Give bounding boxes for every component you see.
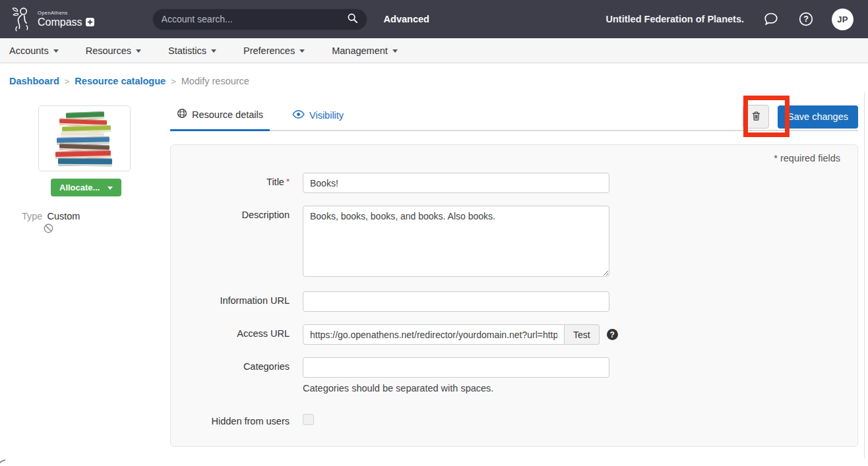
organisation-name: Untitled Federation of Planets. xyxy=(606,14,744,24)
hidden-from-users-label: Hidden from users xyxy=(188,412,290,426)
description-textarea[interactable]: Books, books, books, and books. Also boo… xyxy=(303,206,609,277)
resource-sidebar: Allocate... TypeCustom xyxy=(0,95,170,447)
access-url-input[interactable] xyxy=(303,324,565,345)
globe-icon xyxy=(177,108,187,121)
title-label: Title* xyxy=(188,173,290,193)
description-label: Description xyxy=(188,206,290,277)
test-url-button[interactable]: Test xyxy=(565,324,600,345)
tab-visibility[interactable]: Visibility xyxy=(286,110,350,131)
not-allocated-icon xyxy=(44,223,170,236)
page-edge-divider xyxy=(864,92,865,458)
eye-icon xyxy=(292,110,305,121)
breadcrumb-resource-catalogue[interactable]: Resource catalogue xyxy=(75,76,166,86)
access-url-row: Access URL Test ? xyxy=(188,324,840,345)
breadcrumb: Dashboard > Resource catalogue > Modify … xyxy=(0,63,868,95)
required-asterisk: * xyxy=(286,177,290,187)
page-actions: Save changes xyxy=(743,105,858,129)
user-avatar[interactable]: JP xyxy=(832,9,853,30)
description-row: Description Books, books, books, and boo… xyxy=(188,206,840,277)
access-url-help-icon[interactable]: ? xyxy=(607,329,618,340)
type-label: Type xyxy=(22,211,42,221)
account-search-input[interactable] xyxy=(162,14,347,24)
chevron-down-icon xyxy=(211,49,216,53)
hidden-from-users-checkbox[interactable] xyxy=(303,414,314,425)
trash-icon xyxy=(751,111,761,123)
title-input[interactable] xyxy=(303,173,609,193)
access-url-label: Access URL xyxy=(188,324,290,345)
chevron-down-icon xyxy=(136,49,141,53)
menu-management[interactable]: Management xyxy=(332,45,398,56)
brand-openathens-label: OpenAthens xyxy=(38,11,94,16)
search-icon[interactable] xyxy=(347,13,358,26)
information-url-label: Information URL xyxy=(188,291,290,312)
chevron-down-icon xyxy=(108,187,113,190)
resource-thumbnail-card xyxy=(38,105,131,171)
breadcrumb-separator: > xyxy=(171,76,176,86)
menu-resources[interactable]: Resources xyxy=(86,45,141,56)
save-changes-button[interactable]: Save changes xyxy=(778,105,858,129)
categories-row: Categories Categories should be separate… xyxy=(188,357,840,393)
chevron-down-icon xyxy=(299,49,305,53)
tab-resource-details[interactable]: Resource details xyxy=(170,108,270,131)
breadcrumb-dashboard[interactable]: Dashboard xyxy=(9,76,59,86)
required-fields-note: * required fields xyxy=(188,153,840,163)
resource-editor: Resource details Visibility xyxy=(170,95,868,447)
help-icon[interactable]: ? xyxy=(798,11,814,27)
hidden-from-users-row: Hidden from users xyxy=(188,412,840,426)
chevron-down-icon xyxy=(392,49,398,53)
brand-compass-label: Compass xyxy=(38,17,82,28)
menu-preferences[interactable]: Preferences xyxy=(243,45,305,56)
categories-help-text: Categories should be separated with spac… xyxy=(303,383,609,393)
delete-resource-button[interactable] xyxy=(743,105,769,129)
books-image xyxy=(50,111,119,166)
information-url-input[interactable] xyxy=(303,291,609,312)
footer-logo-fragment xyxy=(0,458,11,466)
categories-label: Categories xyxy=(188,357,290,393)
svg-text:?: ? xyxy=(803,15,809,24)
allocate-button[interactable]: Allocate... xyxy=(51,179,121,196)
menu-accounts[interactable]: Accounts xyxy=(9,45,59,56)
resource-type-row: TypeCustom xyxy=(22,211,170,221)
advanced-search-link[interactable]: Advanced xyxy=(384,14,429,24)
main-menubar: Accounts Resources Statistics Preference… xyxy=(0,38,868,63)
categories-input[interactable] xyxy=(303,357,609,378)
chat-icon[interactable] xyxy=(763,11,779,27)
top-navbar: OpenAthens Compass Advanced Untitled Fed… xyxy=(0,0,868,38)
type-value: Custom xyxy=(47,211,80,221)
information-url-row: Information URL xyxy=(188,291,840,312)
title-row: Title* xyxy=(188,173,840,193)
page-content: Allocate... TypeCustom xyxy=(0,95,868,447)
openathens-figure-icon xyxy=(9,4,33,34)
chevron-down-icon xyxy=(53,49,59,53)
menu-statistics[interactable]: Statistics xyxy=(168,45,216,56)
brand-logo[interactable]: OpenAthens Compass xyxy=(9,4,94,34)
breadcrumb-separator: > xyxy=(65,76,70,86)
breadcrumb-modify-resource: Modify resource xyxy=(181,76,249,86)
account-search-box[interactable] xyxy=(152,9,367,30)
resource-details-panel: * required fields Title* Description Boo… xyxy=(170,144,858,447)
compass-plus-icon xyxy=(86,18,94,26)
